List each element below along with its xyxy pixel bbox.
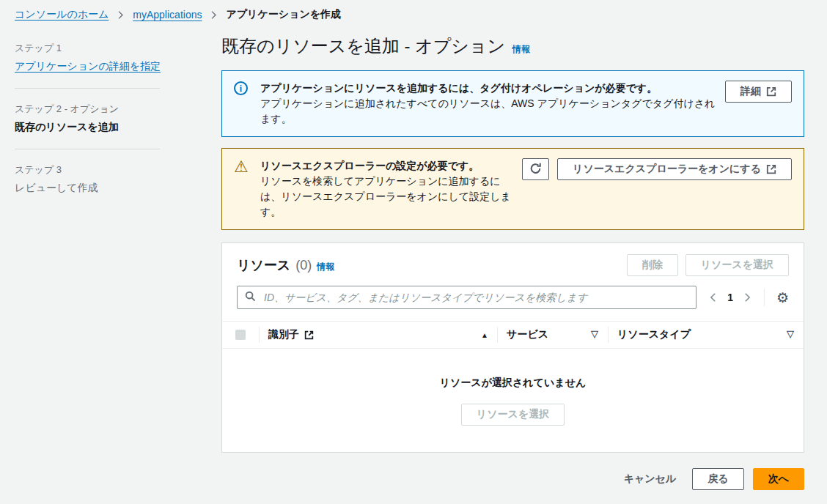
breadcrumb-link-myapplications[interactable]: myApplications: [133, 9, 202, 21]
resources-card: リソース (0) 情報 削除 リソースを選択: [221, 242, 804, 453]
step-1-link[interactable]: アプリケーションの詳細を指定: [15, 60, 161, 72]
search-icon: [245, 291, 256, 304]
refresh-button[interactable]: [522, 158, 549, 180]
info-alert-title: アプリケーションにリソースを追加するには、タグ付けオペレーションが必要です。: [260, 81, 718, 96]
resources-actions: 削除 リソースを選択: [627, 254, 789, 276]
empty-state: リソースが選択されていません リソースを選択: [222, 349, 804, 452]
breadcrumb: コンソールのホーム myApplications アプリケーションを作成: [0, 0, 827, 27]
sort-ascending-icon: ▲: [481, 331, 488, 339]
next-button[interactable]: 次へ: [753, 468, 804, 490]
select-resources-button[interactable]: リソースを選択: [686, 254, 789, 276]
delete-button[interactable]: 削除: [627, 254, 678, 276]
current-page-number[interactable]: 1: [727, 292, 733, 303]
main-panel: 既存のリソースを追加 - オプション 情報 i アプリケーションにリソースを追加…: [221, 27, 804, 490]
external-link-icon: [766, 164, 776, 174]
step-3-title: レビューして作成: [15, 182, 160, 195]
toolbar-divider: [764, 289, 765, 306]
resources-toolbar: 1 ⚙: [222, 284, 804, 321]
gear-icon[interactable]: ⚙: [776, 291, 789, 305]
sort-icon: ▽: [590, 329, 599, 341]
wizard-steps-sidebar: ステップ 1 アプリケーションの詳細を指定 ステップ 2 - オプション 既存の…: [0, 27, 221, 195]
cancel-link[interactable]: キャンセル: [624, 472, 677, 486]
resources-card-header: リソース (0) 情報 削除 リソースを選択: [222, 243, 804, 284]
info-icon: i: [234, 81, 260, 95]
warning-alert-text: リソースエクスプローラーの設定が必要です。 リソースを検索してアプリケーションに…: [260, 158, 511, 220]
breadcrumb-current-page: アプリケーションを作成: [226, 8, 341, 21]
resource-search-input[interactable]: [262, 291, 688, 304]
checkbox-disabled: [235, 330, 246, 340]
chevron-right-icon: [116, 10, 125, 20]
column-header-identifier[interactable]: 識別子 ▲: [260, 328, 497, 341]
sidebar-divider: [15, 149, 160, 149]
external-link-icon: [304, 330, 314, 340]
select-all-checkbox[interactable]: [222, 330, 259, 340]
wizard-step-2: ステップ 2 - オプション 既存のリソースを追加: [15, 103, 160, 134]
column-header-resource-type[interactable]: リソースタイプ ▽: [609, 328, 804, 341]
warning-alert-body: リソースを検索してアプリケーションに追加するには、リソースエクスプローラーをオン…: [260, 174, 511, 220]
warning-icon: ⚠: [234, 158, 260, 175]
step-2-label: ステップ 2 - オプション: [15, 103, 160, 116]
warning-alert-actions: リソースエクスプローラーをオンにする: [522, 158, 792, 180]
page-title-info-link[interactable]: 情報: [512, 43, 530, 56]
info-alert-actions: 詳細: [725, 81, 792, 103]
column-header-service[interactable]: サービス ▽: [498, 328, 608, 341]
resources-table-header: 識別子 ▲ サービス ▽ リソースタイプ ▽: [222, 321, 804, 349]
sidebar-divider: [15, 88, 160, 89]
enable-resource-explorer-button[interactable]: リソースエクスプローラーをオンにする: [557, 158, 792, 180]
resources-info-link[interactable]: 情報: [317, 261, 334, 273]
wizard-footer-actions: キャンセル 戻る 次へ: [221, 468, 804, 490]
info-alert: i アプリケーションにリソースを追加するには、タグ付けオペレーションが必要です。…: [221, 70, 804, 137]
next-page-button[interactable]: [742, 292, 752, 303]
info-alert-text: アプリケーションにリソースを追加するには、タグ付けオペレーションが必要です。 ア…: [260, 81, 725, 127]
external-link-icon: [766, 86, 776, 97]
warning-alert-title: リソースエクスプローラーの設定が必要です。: [260, 158, 511, 174]
pagination: 1: [708, 292, 752, 303]
previous-page-button[interactable]: [708, 292, 718, 303]
refresh-icon: [529, 162, 542, 177]
empty-state-message: リソースが選択されていません: [222, 377, 804, 390]
detail-button[interactable]: 詳細: [725, 81, 792, 103]
info-alert-body: アプリケーションに追加されたすべてのリソースは、AWS アプリケーションタグでタ…: [260, 96, 718, 127]
step-3-label: ステップ 3: [15, 163, 160, 177]
back-button[interactable]: 戻る: [692, 468, 743, 490]
search-box: [237, 286, 696, 309]
chevron-right-icon: [209, 10, 218, 20]
resources-title: リソース (0) 情報: [237, 256, 334, 274]
content-area: ステップ 1 アプリケーションの詳細を指定 ステップ 2 - オプション 既存の…: [0, 27, 827, 490]
empty-select-resources-button[interactable]: リソースを選択: [461, 404, 565, 426]
step-1-label: ステップ 1: [15, 42, 160, 55]
page-title-row: 既存のリソースを追加 - オプション 情報: [221, 34, 804, 58]
wizard-step-3: ステップ 3 レビューして作成: [15, 163, 160, 195]
sort-icon: ▽: [786, 329, 795, 341]
resources-count: (0): [295, 258, 312, 273]
step-2-title-current: 既存のリソースを追加: [15, 121, 160, 134]
warning-alert: ⚠ リソースエクスプローラーの設定が必要です。 リソースを検索してアプリケーショ…: [221, 148, 804, 230]
wizard-step-1: ステップ 1 アプリケーションの詳細を指定: [15, 42, 160, 73]
breadcrumb-link-console-home[interactable]: コンソールのホーム: [15, 8, 109, 21]
page-title: 既存のリソースを追加 - オプション: [221, 34, 505, 58]
